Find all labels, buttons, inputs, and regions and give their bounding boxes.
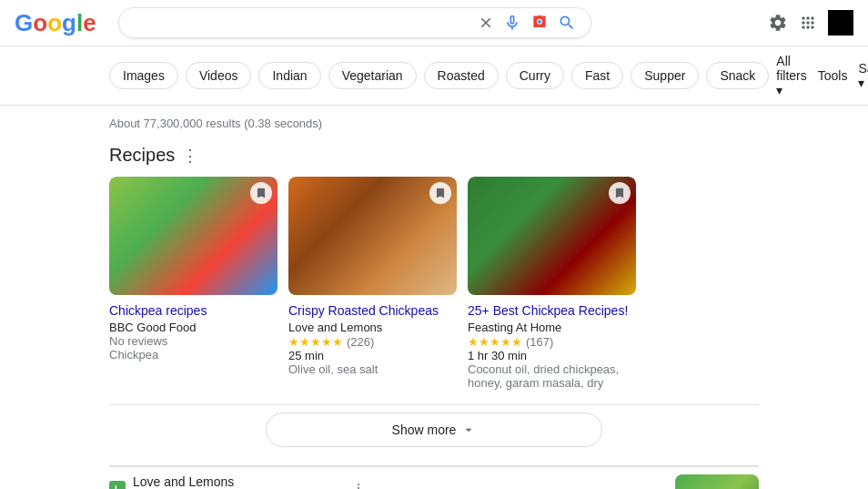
bookmark-button-1[interactable] (250, 182, 272, 204)
recipe-rating-3: ★★★★★ (167) (468, 334, 636, 349)
recipe-card-2[interactable]: Crispy Roasted Chickpeas Love and Lemons… (288, 177, 457, 390)
recipe-reviews-1: No reviews (109, 334, 278, 348)
recipes-section-header: Recipes ⋮ (109, 145, 759, 166)
microphone-button[interactable] (503, 14, 521, 32)
avatar[interactable] (828, 10, 853, 36)
result-favicon: L (109, 481, 126, 489)
svg-point-1 (538, 20, 541, 24)
recipe-title-3[interactable]: 25+ Best Chickpea Recipes! (468, 303, 628, 318)
search-result-loveandlemons: L Love and Lemons https://www.loveandlem… (109, 466, 759, 489)
filter-vegetarian[interactable]: Vegetarian (328, 62, 417, 89)
filter-bar: Images Videos Indian Vegetarian Roasted … (0, 46, 868, 106)
apps-button[interactable] (799, 14, 817, 32)
results-area: About 77,300,000 results (0.38 seconds) … (0, 106, 868, 489)
search-button[interactable] (558, 14, 576, 32)
filter-indian[interactable]: Indian (258, 62, 320, 89)
header: G o o g l e chickpea recipes (0, 0, 868, 46)
tools-link[interactable]: Tools (818, 68, 848, 83)
recipe-image-1 (109, 177, 278, 295)
search-bar: chickpea recipes (118, 7, 591, 38)
recipe-ingredients-2: Olive oil, sea salt (288, 362, 457, 376)
bookmark-button-2[interactable] (429, 182, 451, 204)
results-count: About 77,300,000 results (0.38 seconds) (109, 117, 759, 130)
chevron-down-icon (461, 423, 476, 437)
header-right (768, 10, 853, 36)
bookmark-button-3[interactable] (609, 182, 631, 204)
google-logo: G o o g l e (15, 9, 96, 37)
recipes-title: Recipes (109, 145, 175, 166)
show-more-button[interactable]: Show more (266, 413, 602, 447)
recipe-source-3: Feasting At Home (468, 321, 636, 334)
search-input[interactable]: chickpea recipes (134, 15, 470, 31)
recipes-more-icon[interactable]: ⋮ (182, 146, 198, 166)
recipe-card-1[interactable]: Chickpea recipes BBC Good Food No review… (109, 177, 278, 390)
recipe-image-3 (468, 177, 636, 295)
settings-button[interactable] (768, 13, 788, 33)
recipe-title-1[interactable]: Chickpea recipes (109, 303, 207, 318)
recipe-image-2 (288, 177, 457, 295)
result-thumbnail (675, 474, 759, 489)
result-more-options-icon[interactable]: ⋮ (352, 481, 365, 489)
recipe-time-3: 1 hr 30 min (468, 349, 636, 362)
result-source-name: Love and Lemons (133, 474, 345, 489)
recipe-rating-2: ★★★★★ (226) (288, 334, 457, 349)
filter-snack[interactable]: Snack (706, 62, 769, 89)
recipe-card-3[interactable]: 25+ Best Chickpea Recipes! Feasting At H… (468, 177, 636, 390)
recipe-time-2: 25 min (288, 349, 457, 362)
filter-supper[interactable]: Supper (631, 62, 699, 89)
recipe-source-2: Love and Lemons (288, 321, 457, 334)
safesearch-link[interactable]: SafeSearch ▾ (858, 61, 868, 90)
recipe-source-1: BBC Good Food (109, 321, 278, 334)
recipe-ingredients-3: Coconut oil, dried chickpeas, honey, gar… (468, 362, 636, 390)
lens-button[interactable] (530, 14, 549, 32)
filter-fast[interactable]: Fast (571, 62, 623, 89)
recipe-tag-1: Chickpea (109, 348, 278, 362)
filter-images[interactable]: Images (109, 62, 178, 89)
recipes-grid: Chickpea recipes BBC Good Food No review… (109, 177, 759, 390)
show-more-container: Show more (109, 413, 759, 447)
filter-videos[interactable]: Videos (186, 62, 252, 89)
recipe-title-2[interactable]: Crispy Roasted Chickpeas (288, 303, 439, 318)
filter-roasted[interactable]: Roasted (424, 62, 499, 89)
all-filters-link[interactable]: All filters ▾ (776, 54, 806, 97)
filter-curry[interactable]: Curry (506, 62, 564, 89)
clear-button[interactable] (478, 15, 494, 31)
